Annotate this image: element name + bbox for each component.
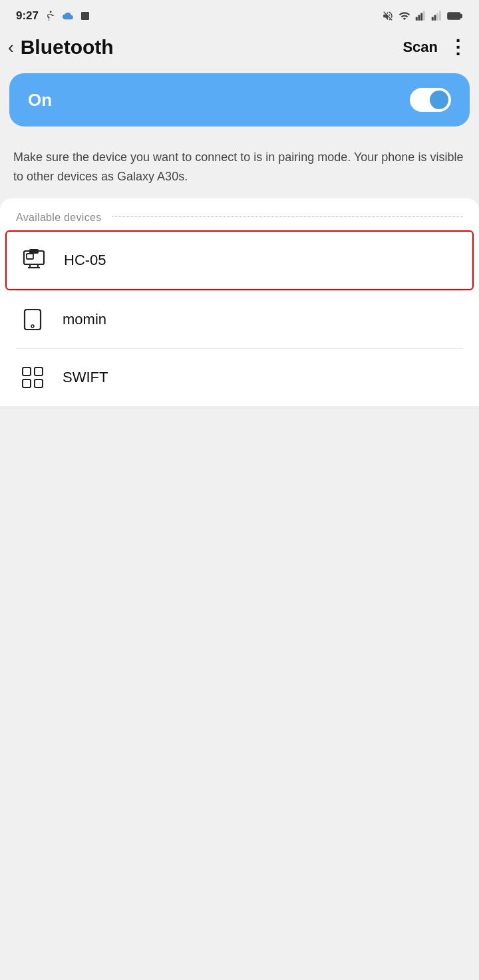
signal-icon	[415, 10, 427, 22]
svg-rect-19	[23, 368, 31, 375]
svg-rect-21	[23, 379, 31, 387]
status-time: 9:27	[16, 9, 39, 23]
more-button[interactable]: ⋮	[448, 38, 467, 57]
svg-rect-20	[35, 368, 43, 375]
apps-grid-icon	[19, 364, 46, 391]
toggle-label: On	[28, 90, 52, 111]
device-icon-momin	[16, 303, 49, 336]
status-left: 9:27	[16, 9, 90, 23]
device-item-momin[interactable]: momin	[0, 291, 479, 348]
available-devices-section: Available devices HC-05	[0, 198, 479, 406]
svg-rect-1	[416, 17, 418, 21]
device-name-momin: momin	[63, 311, 106, 328]
walk-icon	[44, 9, 56, 23]
svg-rect-5	[432, 17, 434, 21]
status-icons-right	[382, 10, 463, 22]
device-name-hc05: HC-05	[64, 252, 106, 269]
svg-rect-4	[423, 11, 425, 21]
section-title: Available devices	[16, 212, 101, 224]
battery-icon	[447, 11, 463, 21]
back-button[interactable]: ‹	[8, 39, 14, 56]
bluetooth-toggle-card: On	[9, 73, 470, 126]
pairing-info-text: Make sure the device you want to connect…	[0, 134, 479, 198]
svg-rect-17	[25, 310, 41, 330]
cloud-icon	[61, 11, 75, 21]
status-bar: 9:27	[0, 0, 479, 29]
wifi-icon	[398, 10, 411, 22]
svg-rect-14	[30, 250, 38, 253]
device-icon-swift	[16, 361, 49, 394]
svg-point-18	[31, 325, 34, 328]
device-item-hc05[interactable]: HC-05	[5, 230, 474, 290]
svg-rect-8	[439, 11, 441, 21]
device-icon-hc05	[17, 244, 51, 277]
device-name-swift: SWIFT	[63, 369, 108, 386]
svg-rect-6	[434, 15, 436, 21]
svg-rect-0	[81, 12, 89, 20]
svg-rect-16	[27, 254, 33, 259]
svg-rect-22	[35, 379, 43, 387]
svg-rect-11	[448, 13, 458, 19]
page-title: Bluetooth	[21, 36, 403, 59]
device-item-swift[interactable]: SWIFT	[0, 349, 479, 406]
svg-rect-7	[436, 13, 438, 21]
svg-rect-3	[420, 13, 422, 21]
tablet-icon	[19, 306, 46, 333]
mute-icon	[382, 10, 394, 22]
section-header: Available devices	[0, 201, 479, 230]
top-bar: ‹ Bluetooth Scan ⋮	[0, 29, 479, 65]
computer-screen-icon	[21, 247, 47, 274]
scan-button[interactable]: Scan	[402, 39, 438, 56]
svg-rect-10	[460, 14, 462, 17]
record-icon	[80, 11, 90, 21]
signal2-icon	[431, 10, 443, 22]
bluetooth-toggle-switch[interactable]	[410, 88, 451, 112]
svg-rect-2	[418, 15, 420, 21]
section-dots-divider	[112, 216, 463, 217]
